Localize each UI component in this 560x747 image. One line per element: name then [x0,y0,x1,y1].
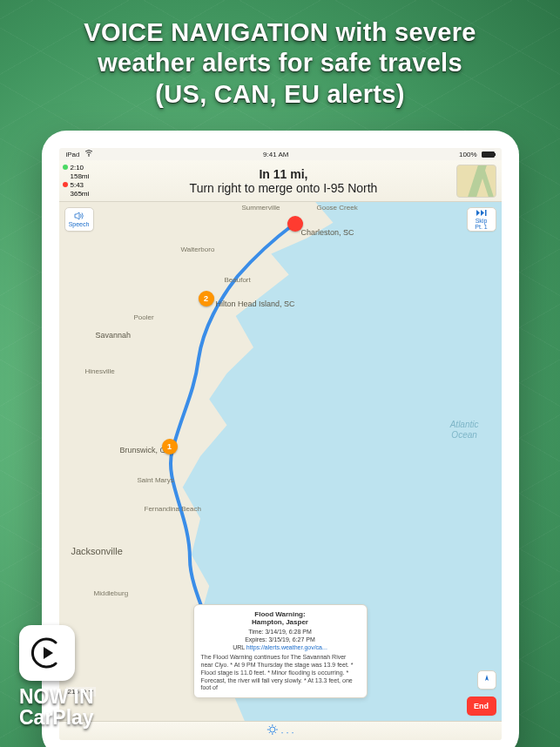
eta-dest-time: 5:43 [71,181,90,190]
device-label: iPad [66,151,80,158]
status-bar: iPad 9:41 AM 100% [59,148,502,160]
city-goosecreek: Goose Creek [317,204,358,212]
svg-point-0 [88,155,90,157]
carplay-text: NOW IN CarPlay [19,686,124,728]
end-button[interactable]: End [467,697,496,716]
city-savannah: Savannah [96,331,132,340]
alert-title: Flood Warning: Hampton, Jasper [201,610,360,626]
carplay-icon [19,625,75,681]
city-saintmarys: Saint Marys [138,476,174,484]
eta-next-dot [63,165,68,170]
nav-bar: 2:10158mi 5:43365mi In 11 mi, Turn right… [59,160,502,202]
end-label: End [474,702,489,710]
weather-alert-card[interactable]: Flood Warning: Hampton, Jasper Time: 3/1… [193,604,368,698]
waypoint-1[interactable]: 1 [162,439,178,454]
svg-point-2 [269,727,274,732]
battery-pct: 100% [459,151,476,158]
alert-time: Time: 3/14/19, 6:28 PM [201,629,360,635]
city-pooler: Pooler [134,313,154,321]
city-charleston: Charleston, SC [301,228,354,237]
skip-point-button[interactable]: Skip Pt. 1 [467,207,496,232]
eta-panel: 2:10158mi 5:43365mi [59,161,111,201]
destination-pin[interactable] [287,216,303,232]
compass-icon [482,674,492,686]
wifi-icon [84,150,93,158]
svg-marker-3 [44,647,53,659]
eta-dest-dist: 365mi [71,190,90,199]
map-view[interactable]: Summerville Goose Creek Charleston, SC W… [59,202,502,721]
alert-body-text: The Flood Warning continues for The Sava… [201,654,360,692]
nav-instruction-distance: In 11 mi, [111,167,456,181]
minimap-thumbnail[interactable] [456,165,496,198]
eta-next-dist: 158mi [71,172,90,181]
speech-label: Speech [69,221,90,227]
eta-next-time: 2:10 [71,164,90,172]
waypoint-2[interactable]: 2 [199,291,214,306]
city-beaufort: Beaufort [225,276,251,284]
compass-button[interactable] [477,670,496,690]
headline: VOICE NAVIGATION with severe weather ale… [0,0,560,124]
skip-label: Skip [476,218,488,224]
battery-icon [482,151,495,158]
eta-dest-dot [63,182,68,187]
city-jacksonville: Jacksonville [71,546,123,556]
ipad-screen: iPad 9:41 AM 100% 2:10158mi 5:43365mi [59,148,502,740]
headline-line-3: (US, CAN, EU alerts) [17,79,543,110]
settings-gear-icon[interactable]: · · · [266,723,293,737]
nav-instruction-text: Turn right to merge onto I-95 North [111,181,456,195]
city-hinesville: Hinesville [85,367,115,375]
city-fernandina: Fernandina Beach [145,505,201,513]
carplay-badge: NOW IN CarPlay [19,625,124,728]
headline-line-2: weather alerts for safe travels [17,48,543,78]
alert-url-row[interactable]: URL https://alerts.weather.gov/ca... [201,644,360,650]
city-middleburg: Middleburg [94,589,129,597]
city-summerville: Summerville [242,204,280,212]
alert-url-link[interactable]: https://alerts.weather.gov/ca... [246,644,327,650]
bottom-toolbar: · · · [59,721,502,740]
city-walterboro: Walterboro [181,246,215,253]
skip-forward-icon [476,209,488,218]
ocean-label: Atlantic Ocean [450,420,479,441]
speaker-icon [74,212,84,221]
city-hiltonhead: Hilton Head Island, SC [216,299,295,308]
clock: 9:41 AM [263,151,288,158]
svg-rect-1 [485,210,487,216]
alert-expires: Expires: 3/15/19, 6:27 PM [201,636,360,643]
nav-instruction: In 11 mi, Turn right to merge onto I-95 … [111,167,456,195]
headline-line-1: VOICE NAVIGATION with severe [17,17,543,48]
speech-button[interactable]: Speech [64,207,94,232]
skip-sublabel: Pt. 1 [475,224,487,230]
